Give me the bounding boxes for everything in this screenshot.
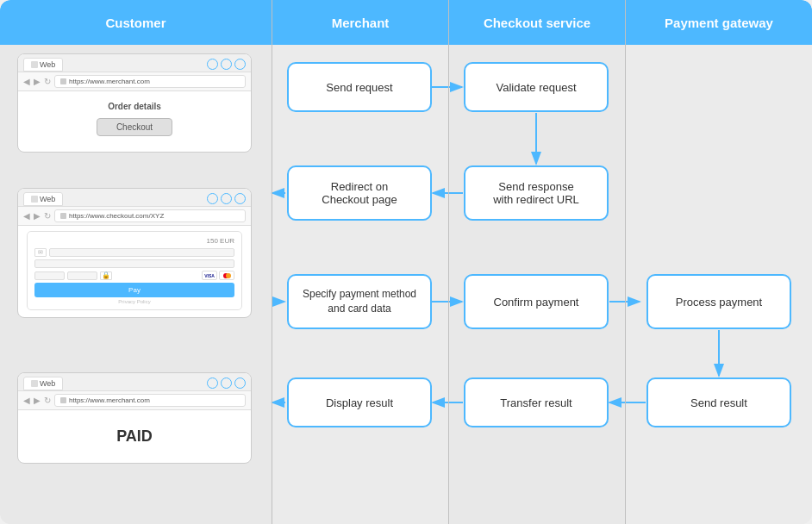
ctrl-c-3 [234,193,246,204]
confirm-payment-box: Confirm payment [464,274,609,329]
ctrl-c-2 [221,193,232,204]
column-merchant: Merchant Send request Redirect on Checko… [272,0,448,524]
ctrl-d-3 [234,377,246,389]
nav-refresh-1: ↻ [44,77,51,86]
process-payment-box: Process payment [646,274,791,329]
mc-card-icon [219,271,234,280]
gateway-label: Payment gateway [665,16,773,30]
transfer-result-box: Transfer result [464,377,609,427]
ctrl-circle-3 [234,59,246,70]
checkout-header: Checkout service [449,0,625,45]
column-checkout: Checkout service Validate request Send r… [449,0,625,524]
checkout-button[interactable]: Checkout [97,118,172,136]
nav-forward-1: ▶ [34,77,41,86]
column-customer: Customer Web ◀ ▶ ↻ [0,0,272,524]
divider-1 [272,0,272,524]
tab-label-3: Web [40,379,55,388]
order-details-label: Order details [108,102,161,111]
nav-forward-3: ▶ [34,396,41,405]
visa-card-icon: VISA [202,271,217,280]
expiry-field [34,271,65,280]
url-icon-3 [60,397,66,403]
redirect-checkout-label: Redirect on Checkout page [322,180,397,206]
ctrl-circle-2 [221,59,232,70]
nav-back-3: ◀ [23,396,30,405]
ctrl-c-1 [207,193,218,204]
phone-frame-3: Web ◀ ▶ ↻ https://www.merchant.com [17,372,252,464]
gateway-header: Payment gateway [626,0,812,45]
transfer-result-label: Transfer result [500,396,572,409]
send-result-box: Send result [646,377,791,427]
process-payment-label: Process payment [676,296,762,309]
merchant-header: Merchant [272,0,448,45]
send-request-label: Send request [326,81,392,94]
browser-controls-1 [207,59,246,72]
merchant-label: Merchant [332,16,390,30]
url-icon-2 [60,213,66,219]
paid-label: PAID [116,427,153,446]
nav-forward-2: ▶ [34,211,41,221]
phone-frame-2: Web ◀ ▶ ↻ https://www.checkout.com/XYZ [17,188,252,318]
nav-back-1: ◀ [23,77,30,86]
url-text-2: https://www.checkout.com/XYZ [69,212,164,220]
send-response-label: Send response with redirect URL [493,180,579,206]
browser-controls-3 [207,377,246,390]
divider-3 [625,0,626,524]
tab-icon-1 [31,61,38,68]
divider-2 [448,0,449,524]
send-result-label: Send result [690,396,747,409]
validate-request-box: Validate request [464,62,609,112]
tab-icon-3 [31,380,38,387]
ctrl-d-1 [207,377,218,389]
tab-label-2: Web [40,195,55,203]
diagram: Customer Web ◀ ▶ ↻ [0,0,812,524]
email-field [49,248,234,257]
display-result-label: Display result [326,396,393,409]
card-icons: VISA [202,271,234,280]
card-number-field [34,259,234,268]
url-icon-1 [60,78,66,84]
ctrl-circle-1 [207,59,218,70]
lock-icon: 🔒 [100,271,112,280]
specify-payment-box: Specify payment method and card data [287,274,432,329]
customer-header: Customer [0,0,272,45]
ctrl-d-2 [221,377,232,389]
customer-label: Customer [105,16,166,30]
column-gateway: Payment gateway Process payment Send res… [626,0,812,524]
phone-frame-1: Web ◀ ▶ ↻ https://www.merchant.com [17,53,252,153]
pay-button[interactable]: Pay [34,283,234,297]
email-icon: ✉ [34,248,47,257]
tab-icon-2 [31,196,38,203]
specify-payment-label: Specify payment method and card data [303,287,416,316]
send-response-box: Send response with redirect URL [464,165,609,221]
validate-request-label: Validate request [497,81,577,94]
privacy-text: Privacy Policy [34,299,234,304]
browser-controls-2 [207,193,246,206]
send-request-box: Send request [287,62,432,112]
display-result-box: Display result [287,377,432,427]
checkout-label: Checkout service [484,16,590,30]
cvv-field [67,271,97,280]
confirm-payment-label: Confirm payment [494,296,579,309]
url-text-1: https://www.merchant.com [69,78,150,85]
nav-refresh-2: ↻ [44,211,51,221]
nav-refresh-3: ↻ [44,396,51,405]
redirect-checkout-box: Redirect on Checkout page [287,165,432,221]
tab-label-1: Web [40,60,55,69]
amount-label: 150 EUR [34,237,234,245]
url-text-3: https://www.merchant.com [69,396,150,404]
nav-back-2: ◀ [23,211,30,221]
